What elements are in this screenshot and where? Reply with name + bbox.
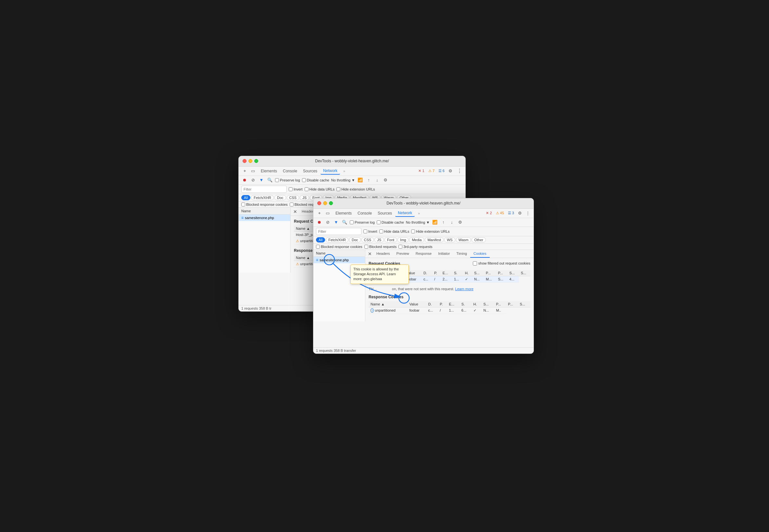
col-d-fg[interactable]: D. [422, 270, 432, 276]
filter-other-fg[interactable]: Other [472, 237, 486, 242]
hide-data-urls-label-fg[interactable]: Hide data URLs [379, 229, 410, 233]
upload-icon-fg[interactable]: ↑ [440, 219, 447, 226]
col-e-fg[interactable]: E... [441, 270, 452, 276]
filter-css-fg[interactable]: CSS [361, 237, 374, 242]
blocked-cookies-label-bg[interactable]: Blocked response cookies [241, 203, 288, 206]
search-icon[interactable]: 🔍 [267, 177, 273, 183]
filter-manifest-fg[interactable]: Manifest [425, 237, 444, 242]
filter-all-fg[interactable]: All [316, 237, 325, 242]
detail-tab-preview-fg[interactable]: Preview [393, 250, 413, 258]
table-row[interactable]: i unpartitioned foobar c... / 1... 6... … [368, 307, 530, 314]
preserve-log-label-fg[interactable]: Preserve log [350, 220, 375, 224]
blocked-cookies-label-fg[interactable]: Blocked response cookies [316, 245, 362, 249]
tab-more-fg[interactable]: » [416, 210, 423, 216]
minimize-button-fg[interactable] [323, 201, 327, 205]
download-icon-bg[interactable]: ↓ [374, 177, 380, 183]
disable-cache-checkbox-fg[interactable] [377, 220, 380, 224]
device-icon[interactable]: ▭ [250, 168, 256, 174]
detail-tab-cookies-fg[interactable]: Cookies [470, 250, 490, 258]
blocked-requests-label-fg[interactable]: Blocked requests [364, 245, 397, 249]
maximize-button-fg[interactable] [329, 201, 333, 205]
stop-record-icon-fg[interactable]: ⏺ [316, 219, 322, 226]
filter-all-bg[interactable]: All [241, 195, 250, 200]
upload-icon-bg[interactable]: ↑ [365, 177, 372, 183]
wifi-icon-bg[interactable]: 📶 [357, 177, 363, 183]
detail-tab-response-fg[interactable]: Response [413, 250, 435, 258]
col-s2-resp-fg[interactable]: S... [481, 301, 494, 307]
col-s3-fg[interactable]: S... [508, 270, 519, 276]
download-icon-fg[interactable]: ↓ [449, 219, 455, 226]
tab-network-bg[interactable]: Network [320, 167, 340, 175]
hide-ext-urls-label-fg[interactable]: Hide extension URLs [411, 229, 450, 233]
col-d-resp-fg[interactable]: D. [427, 301, 438, 307]
invert-label-bg[interactable]: Invert [289, 187, 303, 191]
third-party-label-fg[interactable]: 3rd-party requests [399, 245, 432, 249]
clear-icon[interactable]: ⊘ [250, 177, 256, 183]
col-s4-fg[interactable]: S... [519, 270, 530, 276]
close-button-fg[interactable] [317, 201, 321, 205]
settings2-icon-fg[interactable]: ⚙ [457, 219, 464, 226]
learn-more-link-fg[interactable]: Learn more [455, 287, 474, 291]
network-file-row-fg[interactable]: ≡ samesitenone.php [313, 257, 365, 263]
more-icon-fg[interactable]: ⋮ [525, 210, 531, 217]
preserve-log-label-bg[interactable]: Preserve log [275, 178, 300, 182]
hide-data-urls-label-bg[interactable]: Hide data URLs [304, 187, 335, 191]
wifi-icon-fg[interactable]: 📶 [432, 219, 438, 226]
col-s-fg[interactable]: S. [452, 270, 463, 276]
col-value-resp-fg[interactable]: Value [407, 301, 426, 307]
filter-doc-bg[interactable]: Doc [274, 195, 286, 200]
col-h-resp-fg[interactable]: H. [472, 301, 482, 307]
filter-icon[interactable]: ▼ [258, 177, 265, 183]
settings-icon-bg[interactable]: ⚙ [447, 168, 454, 174]
filter-input-bg[interactable] [241, 186, 287, 193]
filter-fetch-bg[interactable]: Fetch/XHR [251, 195, 274, 200]
cursor-icon-fg[interactable]: ⌖ [316, 210, 322, 217]
col-p2-resp-fg[interactable]: P... [494, 301, 506, 307]
filter-media-fg[interactable]: Media [409, 237, 424, 242]
col-p3-fg[interactable]: P... [496, 270, 507, 276]
settings-icon-fg[interactable]: ⚙ [517, 210, 523, 217]
stop-record-icon[interactable]: ⏺ [241, 177, 248, 183]
filter-font-fg[interactable]: Font [384, 237, 397, 242]
network-file-row-bg[interactable]: ≡ samesitenone.php [239, 215, 290, 221]
preserve-log-checkbox-bg[interactable] [275, 178, 279, 182]
col-p2-fg[interactable]: P... [484, 270, 496, 276]
disable-cache-label-bg[interactable]: Disable cache [302, 178, 329, 182]
detail-tab-timing-fg[interactable]: Timing [453, 250, 470, 258]
filter-js-bg[interactable]: JS [300, 195, 309, 200]
tab-elements-fg[interactable]: Elements [333, 210, 354, 217]
close-button[interactable] [242, 159, 246, 163]
more-icon-bg[interactable]: ⋮ [456, 168, 463, 174]
tab-console-bg[interactable]: Console [280, 168, 300, 174]
filter-img-fg[interactable]: Img [398, 237, 409, 242]
search-icon-fg[interactable]: 🔍 [341, 219, 348, 226]
tab-sources-bg[interactable]: Sources [300, 168, 320, 174]
detail-tab-initiator-fg[interactable]: Initiator [435, 250, 453, 258]
disable-cache-checkbox-bg[interactable] [302, 178, 306, 182]
settings2-icon-bg[interactable]: ⚙ [382, 177, 389, 183]
tab-more-bg[interactable]: » [341, 168, 348, 174]
preserve-log-checkbox-fg[interactable] [350, 220, 353, 224]
clear-icon-fg[interactable]: ⊘ [324, 219, 331, 226]
col-name-resp-fg[interactable]: Name ▲ [368, 301, 407, 307]
tab-elements-bg[interactable]: Elements [258, 168, 279, 174]
filter-css-bg[interactable]: CSS [287, 195, 299, 200]
tab-sources-fg[interactable]: Sources [375, 210, 395, 217]
maximize-button[interactable] [254, 159, 258, 163]
col-s3-resp-fg[interactable]: S... [518, 301, 530, 307]
col-p-resp-fg[interactable]: P. [438, 301, 447, 307]
detail-tab-headers-fg[interactable]: Headers [373, 250, 393, 258]
filter-ws-fg[interactable]: WS [444, 237, 455, 242]
filter-wasm-fg[interactable]: Wasm [456, 237, 471, 242]
col-s-resp-fg[interactable]: S. [460, 301, 472, 307]
tab-console-fg[interactable]: Console [355, 210, 374, 217]
filter-icon-fg[interactable]: ▼ [333, 219, 339, 226]
hide-ext-urls-label-bg[interactable]: Hide extension URLs [336, 187, 375, 191]
invert-label-fg[interactable]: Invert [363, 229, 377, 233]
filter-js-fg[interactable]: JS [374, 237, 384, 242]
detail-close-fg[interactable]: ✕ [366, 251, 373, 257]
filter-fetch-fg[interactable]: Fetch/XHR [326, 237, 348, 242]
filter-input-fg[interactable] [316, 228, 361, 235]
col-e-resp-fg[interactable]: E... [447, 301, 460, 307]
cursor-icon[interactable]: ⌖ [241, 168, 248, 174]
